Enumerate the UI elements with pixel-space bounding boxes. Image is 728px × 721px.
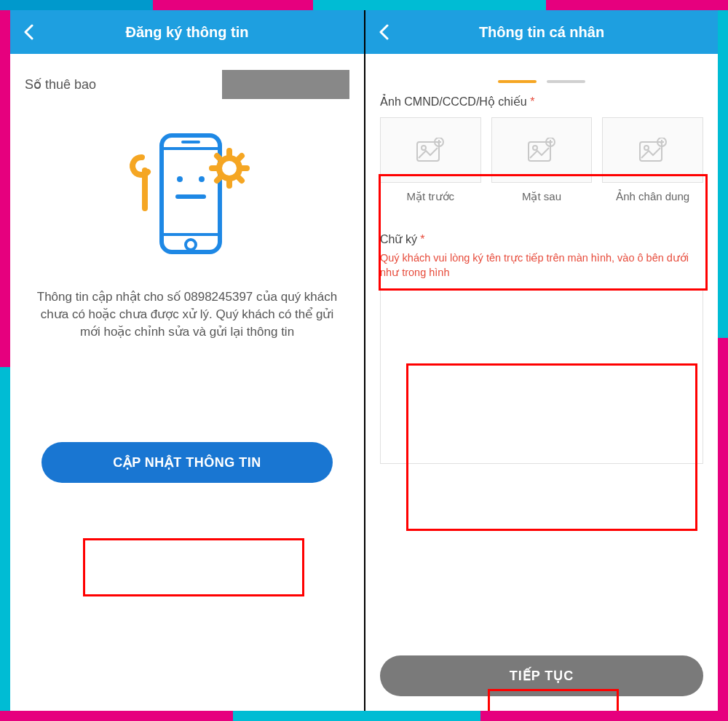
frame-seg <box>0 711 233 721</box>
screen-register-info: Đăng ký thông tin Số thuê bao <box>10 10 364 711</box>
progress-step-2 <box>547 80 585 83</box>
chevron-left-icon <box>23 24 33 40</box>
annotation-highlight <box>83 538 304 596</box>
chevron-left-icon <box>379 24 389 40</box>
svg-point-28 <box>644 146 649 150</box>
signature-canvas[interactable] <box>380 289 703 464</box>
phone-illustration <box>107 128 267 267</box>
upload-back-caption: Mặt sau <box>491 190 593 203</box>
screen-personal-info: Thông tin cá nhân Ảnh CMND/CCCD/Hộ chiếu… <box>364 10 718 711</box>
subscriber-label: Số thuê bao <box>25 76 96 92</box>
upload-front-box[interactable] <box>380 117 481 183</box>
svg-rect-1 <box>162 149 220 235</box>
header-title: Thông tin cá nhân <box>365 24 718 41</box>
info-message: Thông tin cập nhật cho số 0898245397 của… <box>25 288 349 340</box>
svg-line-13 <box>237 156 242 160</box>
svg-line-15 <box>237 176 242 181</box>
svg-point-18 <box>422 146 426 150</box>
upload-portrait: Ảnh chân dung <box>602 117 703 203</box>
image-add-icon <box>638 138 668 162</box>
frame-seg <box>480 711 728 721</box>
image-add-icon <box>527 138 556 162</box>
subscriber-row: Số thuê bao <box>25 70 349 99</box>
update-info-button[interactable]: CẬP NHẬT THÔNG TIN <box>41 442 333 483</box>
svg-point-2 <box>186 240 196 250</box>
svg-line-14 <box>217 176 221 181</box>
upload-front-caption: Mặt trước <box>380 190 481 203</box>
progress-indicator <box>498 80 585 83</box>
progress-step-1 <box>498 80 537 83</box>
svg-line-12 <box>217 156 221 160</box>
frame-seg <box>313 0 546 10</box>
upload-front: Mặt trước <box>380 117 481 203</box>
svg-point-4 <box>177 176 183 182</box>
frame-seg <box>718 10 728 338</box>
back-button[interactable] <box>365 10 402 54</box>
subscriber-value-redacted <box>222 70 349 99</box>
upload-back-box[interactable] <box>491 117 593 183</box>
header: Thông tin cá nhân <box>365 10 718 54</box>
svg-point-5 <box>199 176 205 182</box>
upload-portrait-box[interactable] <box>602 117 703 183</box>
svg-point-23 <box>533 146 537 150</box>
frame-seg <box>153 0 313 10</box>
frame-seg <box>0 367 10 711</box>
signature-label: Chữ ký * <box>380 232 703 246</box>
frame-seg <box>0 10 10 367</box>
frame-seg <box>546 0 728 10</box>
header: Đăng ký thông tin <box>10 10 364 54</box>
upload-portrait-caption: Ảnh chân dung <box>602 190 703 203</box>
frame-seg <box>718 338 728 711</box>
continue-button[interactable]: TIẾP TỤC <box>380 655 703 696</box>
image-add-icon <box>416 138 445 162</box>
signature-hint: Quý khách vui lòng ký tên trực tiếp trên… <box>380 251 703 280</box>
header-title: Đăng ký thông tin <box>10 24 364 41</box>
id-photo-label: Ảnh CMND/CCCD/Hộ chiếu * <box>380 95 703 109</box>
frame-seg <box>0 0 153 10</box>
frame-seg <box>233 711 480 721</box>
back-button[interactable] <box>10 10 47 54</box>
upload-back: Mặt sau <box>491 117 593 203</box>
